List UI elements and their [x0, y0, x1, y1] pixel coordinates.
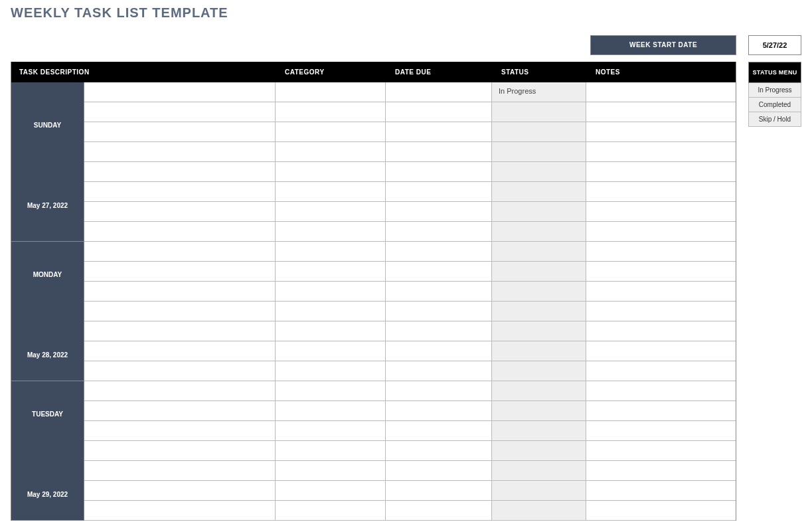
task-description-cell[interactable]	[84, 162, 276, 181]
status-cell[interactable]	[492, 341, 586, 361]
status-cell[interactable]	[492, 222, 586, 241]
status-cell[interactable]	[492, 182, 586, 201]
notes-cell[interactable]	[586, 202, 736, 221]
task-description-cell[interactable]	[84, 341, 276, 361]
category-cell[interactable]	[276, 222, 386, 241]
category-cell[interactable]	[276, 481, 386, 500]
category-cell[interactable]	[276, 302, 386, 321]
status-cell[interactable]	[492, 302, 586, 321]
notes-cell[interactable]	[586, 102, 736, 122]
category-cell[interactable]	[276, 401, 386, 420]
date-due-cell[interactable]	[386, 302, 492, 321]
category-cell[interactable]	[276, 122, 386, 141]
notes-cell[interactable]	[586, 222, 736, 241]
status-cell[interactable]	[492, 262, 586, 281]
category-cell[interactable]	[276, 242, 386, 261]
notes-cell[interactable]	[586, 282, 736, 301]
task-description-cell[interactable]	[84, 242, 276, 261]
notes-cell[interactable]	[586, 361, 736, 381]
notes-cell[interactable]	[586, 481, 736, 500]
status-cell[interactable]	[492, 461, 586, 480]
status-cell[interactable]	[492, 421, 586, 440]
week-start-date-value[interactable]: 5/27/22	[748, 35, 801, 55]
task-description-cell[interactable]	[84, 222, 276, 241]
date-due-cell[interactable]	[386, 262, 492, 281]
date-due-cell[interactable]	[386, 182, 492, 201]
date-due-cell[interactable]	[386, 421, 492, 440]
date-due-cell[interactable]	[386, 501, 492, 520]
notes-cell[interactable]	[586, 501, 736, 520]
category-cell[interactable]	[276, 441, 386, 460]
status-cell[interactable]	[492, 282, 586, 301]
notes-cell[interactable]	[586, 82, 736, 102]
status-cell[interactable]	[492, 501, 586, 520]
status-cell[interactable]	[492, 162, 586, 181]
status-menu-item[interactable]: Skip / Hold	[748, 112, 801, 127]
task-description-cell[interactable]	[84, 282, 276, 301]
date-due-cell[interactable]	[386, 461, 492, 480]
category-cell[interactable]	[276, 202, 386, 221]
category-cell[interactable]	[276, 501, 386, 520]
notes-cell[interactable]	[586, 142, 736, 161]
category-cell[interactable]	[276, 162, 386, 181]
date-due-cell[interactable]	[386, 321, 492, 341]
task-description-cell[interactable]	[84, 321, 276, 341]
task-description-cell[interactable]	[84, 361, 276, 381]
date-due-cell[interactable]	[386, 481, 492, 500]
category-cell[interactable]	[276, 321, 386, 341]
date-due-cell[interactable]	[386, 381, 492, 400]
status-cell[interactable]	[492, 381, 586, 400]
status-cell[interactable]	[492, 481, 586, 500]
notes-cell[interactable]	[586, 122, 736, 141]
status-cell[interactable]	[492, 242, 586, 261]
task-description-cell[interactable]	[84, 122, 276, 141]
status-cell[interactable]	[492, 142, 586, 161]
notes-cell[interactable]	[586, 421, 736, 440]
task-description-cell[interactable]	[84, 182, 276, 201]
status-cell[interactable]	[492, 441, 586, 460]
notes-cell[interactable]	[586, 162, 736, 181]
status-cell[interactable]	[492, 401, 586, 420]
task-description-cell[interactable]	[84, 202, 276, 221]
category-cell[interactable]	[276, 142, 386, 161]
status-cell[interactable]	[492, 122, 586, 141]
status-menu-item[interactable]: Completed	[748, 98, 801, 112]
category-cell[interactable]	[276, 282, 386, 301]
notes-cell[interactable]	[586, 401, 736, 420]
notes-cell[interactable]	[586, 441, 736, 460]
notes-cell[interactable]	[586, 461, 736, 480]
notes-cell[interactable]	[586, 302, 736, 321]
date-due-cell[interactable]	[386, 202, 492, 221]
date-due-cell[interactable]	[386, 82, 492, 102]
task-description-cell[interactable]	[84, 441, 276, 460]
task-description-cell[interactable]	[84, 461, 276, 480]
task-description-cell[interactable]	[84, 302, 276, 321]
category-cell[interactable]	[276, 102, 386, 122]
date-due-cell[interactable]	[386, 122, 492, 141]
date-due-cell[interactable]	[386, 341, 492, 361]
task-description-cell[interactable]	[84, 501, 276, 520]
category-cell[interactable]	[276, 381, 386, 400]
task-description-cell[interactable]	[84, 481, 276, 500]
notes-cell[interactable]	[586, 262, 736, 281]
notes-cell[interactable]	[586, 341, 736, 361]
task-description-cell[interactable]	[84, 421, 276, 440]
status-cell[interactable]	[492, 202, 586, 221]
status-cell[interactable]: In Progress	[492, 82, 586, 102]
category-cell[interactable]	[276, 461, 386, 480]
status-cell[interactable]	[492, 361, 586, 381]
date-due-cell[interactable]	[386, 242, 492, 261]
category-cell[interactable]	[276, 262, 386, 281]
notes-cell[interactable]	[586, 321, 736, 341]
date-due-cell[interactable]	[386, 222, 492, 241]
status-cell[interactable]	[492, 102, 586, 122]
notes-cell[interactable]	[586, 381, 736, 400]
category-cell[interactable]	[276, 341, 386, 361]
notes-cell[interactable]	[586, 182, 736, 201]
date-due-cell[interactable]	[386, 282, 492, 301]
task-description-cell[interactable]	[84, 401, 276, 420]
category-cell[interactable]	[276, 82, 386, 102]
category-cell[interactable]	[276, 361, 386, 381]
status-cell[interactable]	[492, 321, 586, 341]
notes-cell[interactable]	[586, 242, 736, 261]
